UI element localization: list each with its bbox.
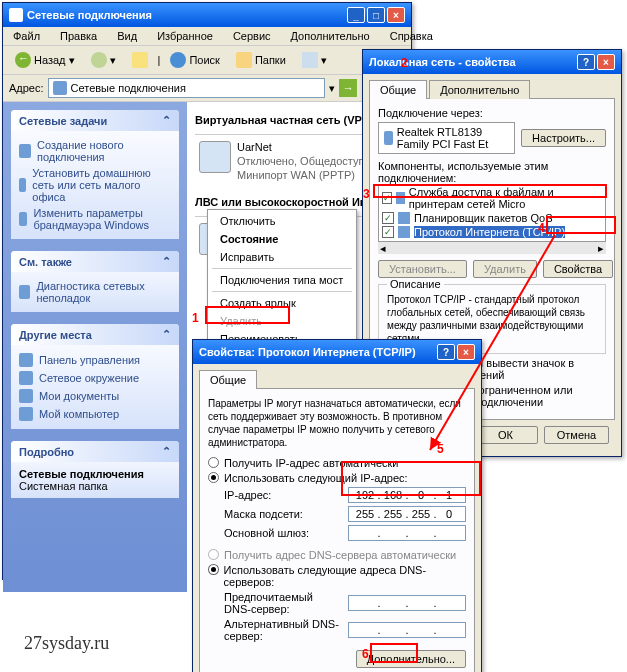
ctx-disable[interactable]: Отключить [208, 212, 356, 230]
tab-general[interactable]: Общие [199, 370, 257, 389]
lanprops-titlebar: Локальная сеть - свойства ? × [363, 50, 621, 74]
tcpip-titlebar: Свойства: Протокол Интернета (TCP/IP) ? … [193, 340, 481, 364]
other-header[interactable]: Другие места⌃ [11, 324, 179, 345]
fwd-button[interactable]: ▾ [85, 49, 122, 71]
seealso-header[interactable]: См. также⌃ [11, 251, 179, 272]
address-input[interactable]: Сетевые подключения [48, 78, 326, 98]
menu-view[interactable]: Вид [111, 29, 143, 43]
ctx-shortcut[interactable]: Создать ярлык [208, 294, 356, 312]
help-button[interactable]: ? [577, 54, 595, 70]
menu-edit[interactable]: Правка [54, 29, 103, 43]
task-home-network[interactable]: Установить домашнюю сеть или сеть малого… [19, 165, 171, 205]
mask-label: Маска подсети: [224, 508, 342, 520]
menu-tools[interactable]: Сервис [227, 29, 277, 43]
menu-help[interactable]: Справка [384, 29, 439, 43]
remove-button[interactable]: Удалить [473, 260, 537, 278]
views-icon [302, 52, 318, 68]
protocol-icon [398, 226, 410, 238]
close-button[interactable]: × [597, 54, 615, 70]
radio-auto-dns [208, 549, 219, 560]
task-new-connection[interactable]: Создание нового подключения [19, 137, 171, 165]
component-list[interactable]: Служба доступа к файлам и принтерам сете… [378, 184, 606, 242]
tab-general[interactable]: Общие [369, 80, 427, 99]
up-button[interactable] [126, 49, 154, 71]
menu-adv[interactable]: Дополнительно [285, 29, 376, 43]
maximize-button[interactable]: □ [367, 7, 385, 23]
checkbox[interactable] [382, 226, 394, 238]
diag-link[interactable]: Диагностика сетевых неполадок [19, 278, 171, 306]
folders-button[interactable]: Папки [230, 49, 292, 71]
search-icon [170, 52, 186, 68]
tab-advanced[interactable]: Дополнительно [429, 80, 530, 99]
ctx-delete: Удалить [208, 312, 356, 330]
network-icon [9, 8, 23, 22]
network-places-link[interactable]: Сетевое окружение [19, 369, 171, 387]
ip-label: IP-адрес: [224, 489, 342, 501]
minimize-button[interactable]: _ [347, 7, 365, 23]
views-button[interactable]: ▾ [296, 49, 333, 71]
my-computer-link[interactable]: Мой компьютер [19, 405, 171, 423]
comp-fileshare[interactable]: Служба доступа к файлам и принтерам сете… [379, 185, 605, 211]
service-icon [396, 192, 405, 204]
checkbox[interactable] [382, 192, 392, 204]
install-button[interactable]: Установить... [378, 260, 467, 278]
dns2-label: Альтернативный DNS-сервер: [224, 618, 342, 642]
configure-button[interactable]: Настроить... [521, 129, 606, 147]
ctx-bridge[interactable]: Подключения типа мост [208, 271, 356, 289]
network-places-icon [19, 371, 33, 385]
desc-text: Протокол TCP/IP - стандартный протокол г… [387, 293, 597, 345]
network-icon [53, 81, 67, 95]
radio-auto-ip[interactable] [208, 457, 219, 468]
collapse-icon: ⌃ [162, 328, 171, 341]
properties-button[interactable]: Свойства [543, 260, 613, 278]
close-button[interactable]: × [387, 7, 405, 23]
dns1-label: Предпочитаемый DNS-сервер: [224, 591, 342, 615]
diag-icon [19, 285, 30, 299]
control-panel-icon [19, 353, 33, 367]
forward-icon [91, 52, 107, 68]
gw-input[interactable]: ... [348, 525, 466, 541]
mask-input[interactable]: 255.255.255.0 [348, 506, 466, 522]
checkbox[interactable] [382, 212, 394, 224]
search-button[interactable]: Поиск [164, 49, 225, 71]
ctx-status[interactable]: Состояние [208, 230, 356, 248]
folders-icon [236, 52, 252, 68]
dns2-input[interactable]: ... [348, 622, 466, 638]
menu-fav[interactable]: Избранное [151, 29, 219, 43]
back-button[interactable]: Назад▾ [9, 49, 81, 71]
ok-button[interactable]: ОК [473, 426, 538, 444]
tasks-header[interactable]: Сетевые задачи⌃ [11, 110, 179, 131]
home-icon [19, 178, 26, 192]
comp-tcpip[interactable]: Протокол Интернета (TCP/IP) [379, 225, 605, 239]
my-docs-link[interactable]: Мои документы [19, 387, 171, 405]
service-icon [398, 212, 410, 224]
intro-text: Параметры IP могут назначаться автоматич… [208, 397, 466, 449]
radio-manual-dns[interactable] [208, 564, 219, 575]
comp-qos[interactable]: Планировщик пакетов QoS [379, 211, 605, 225]
gw-label: Основной шлюз: [224, 527, 342, 539]
go-button[interactable]: → [339, 79, 357, 97]
menu-file[interactable]: Файл [7, 29, 46, 43]
help-button[interactable]: ? [437, 344, 455, 360]
details-type: Системная папка [19, 480, 171, 492]
control-panel-link[interactable]: Панель управления [19, 351, 171, 369]
components-label: Компоненты, используемые этим подключени… [378, 160, 606, 184]
adapter-box: Realtek RTL8139 Family PCI Fast Et [378, 122, 515, 154]
ctx-repair[interactable]: Исправить [208, 248, 356, 266]
horizontal-scrollbar[interactable]: ◂▸ [378, 242, 606, 254]
computer-icon [19, 407, 33, 421]
collapse-icon: ⌃ [162, 114, 171, 127]
watermark: 27sysday.ru [24, 633, 109, 654]
tcpip-title: Свойства: Протокол Интернета (TCP/IP) [199, 346, 416, 358]
collapse-icon: ⌃ [162, 255, 171, 268]
radio-manual-ip[interactable] [208, 472, 219, 483]
dns1-input[interactable]: ... [348, 595, 466, 611]
wizard-icon [19, 144, 31, 158]
cancel-button[interactable]: Отмена [544, 426, 609, 444]
task-firewall[interactable]: Изменить параметры брандмауэра Windows [19, 205, 171, 233]
close-button[interactable]: × [457, 344, 475, 360]
collapse-icon: ⌃ [162, 445, 171, 458]
ip-input[interactable]: 192.168.0.1 [348, 487, 466, 503]
details-header[interactable]: Подробно⌃ [11, 441, 179, 462]
advanced-button[interactable]: Дополнительно... [356, 650, 466, 668]
